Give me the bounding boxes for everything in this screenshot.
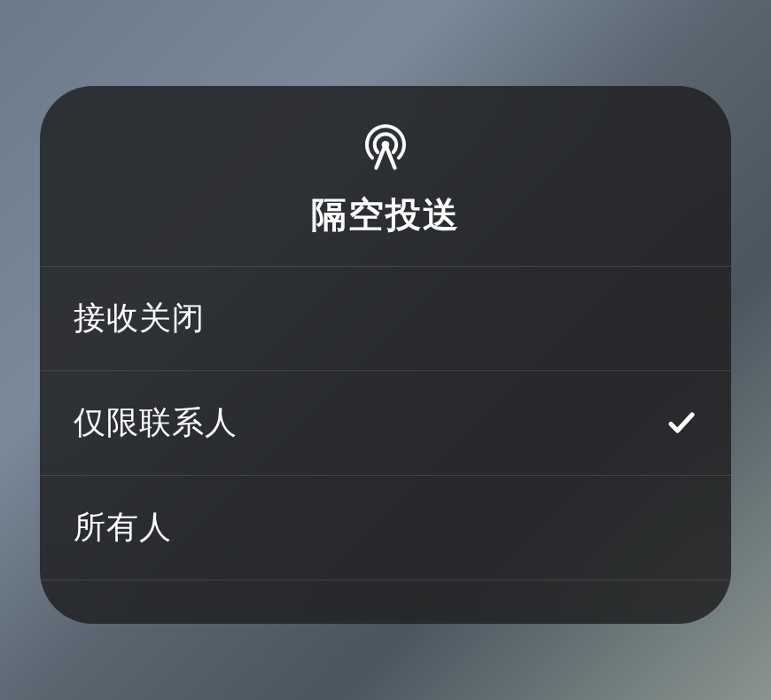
option-label: 仅限联系人 <box>74 401 238 445</box>
option-receiving-off[interactable]: 接收关闭 <box>40 266 731 370</box>
airdrop-settings-panel: 隔空投送 接收关闭 仅限联系人 所有人 <box>40 86 731 624</box>
panel-header: 隔空投送 <box>40 86 731 266</box>
airdrop-icon <box>361 121 410 171</box>
option-label: 所有人 <box>74 506 172 549</box>
panel-title: 隔空投送 <box>311 191 460 239</box>
option-everyone[interactable]: 所有人 <box>40 475 731 579</box>
option-contacts-only[interactable]: 仅限联系人 <box>40 370 731 475</box>
option-label: 接收关闭 <box>74 297 205 340</box>
check-icon <box>666 407 697 439</box>
bottom-divider <box>40 579 731 624</box>
options-list: 接收关闭 仅限联系人 所有人 <box>40 266 731 624</box>
